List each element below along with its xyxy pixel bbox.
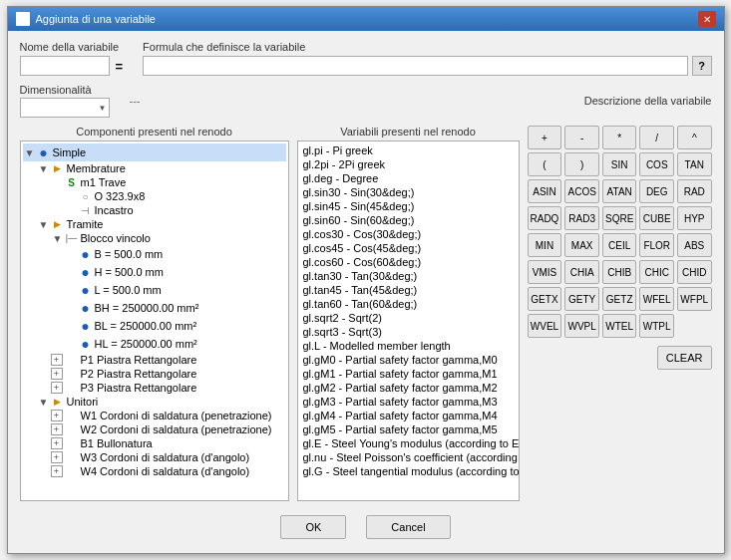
tree-expanded-icon[interactable]: ▼ [37,163,51,174]
formula-input[interactable] [143,56,687,76]
tree-item[interactable]: +P3 Piastra Rettangolare [23,381,286,395]
tree-item[interactable]: +W2 Cordoni di saldatura (penetrazione) [23,422,286,436]
calc-btn-sqre[interactable]: SQRE [602,206,637,230]
tree-expander-icon[interactable]: + [51,451,63,463]
calc-btn-getz[interactable]: GETZ [602,287,637,311]
question-button[interactable]: ? [692,56,712,76]
tree-expander-icon[interactable]: + [51,437,63,449]
calc-btn-chid[interactable]: CHID [677,260,712,284]
tree-item[interactable]: ⊣Incastro [23,203,286,217]
calc-btn-sin[interactable]: SIN [602,152,637,176]
variable-item[interactable]: gl.tan30 - Tan(30&deg;) [300,269,517,283]
calc-btn-chic[interactable]: CHIC [639,260,674,284]
calc-btn-vmis[interactable]: VMIS [528,260,562,284]
variable-item[interactable]: gl.nu - Steel Poisson's coefficient (acc… [300,450,517,464]
variable-item[interactable]: gl.gM1 - Partial safety factor gamma,M1 [300,367,517,381]
tree-item[interactable]: ▼▶Tramite [23,217,286,231]
calc-btn-+[interactable]: + [528,126,562,149]
tree-item[interactable]: ●BH = 250000.00 mm² [23,299,286,317]
tree-expander-icon[interactable]: + [51,354,63,366]
variable-item[interactable]: gl.tan60 - Tan(60&deg;) [300,297,517,311]
calc-btn-^[interactable]: ^ [677,126,712,149]
var-name-input[interactable] [20,56,110,76]
calc-btn-rad3[interactable]: RAD3 [564,206,599,230]
variable-item[interactable]: gl.sqrt2 - Sqrt(2) [300,311,517,325]
tree-item[interactable]: ●L = 500.0 mm [23,281,286,299]
calc-btn-*[interactable]: * [602,126,637,149]
close-button[interactable]: ✕ [698,11,716,27]
calc-btn-rad[interactable]: RAD [677,179,712,203]
variable-item[interactable]: gl.gM0 - Partial safety factor gamma,M0 [300,353,517,367]
tree-item[interactable]: Sm1 Trave [23,175,286,189]
calc-btn-hyp[interactable]: HYP [677,206,712,230]
calc-btn-cube[interactable]: CUBE [639,206,674,230]
calc-btn-tan[interactable]: TAN [677,152,712,176]
calc-btn-getx[interactable]: GETX [528,287,562,311]
calc-btn-deg[interactable]: DEG [639,179,674,203]
calc-btn-wvpl[interactable]: WVPL [564,314,599,338]
variable-item[interactable]: gl.sin45 - Sin(45&deg;) [300,199,517,213]
tree-item[interactable]: +W3 Cordoni di saldatura (d'angolo) [23,450,286,464]
variable-item[interactable]: gl.sqrt3 - Sqrt(3) [300,325,517,339]
tree-item[interactable]: +P2 Piastra Rettangolare [23,367,286,381]
calc-btn-)[interactable]: ) [564,152,599,176]
variable-item[interactable]: gl.gM5 - Partial safety factor gamma,M5 [300,422,517,436]
calc-btn-max[interactable]: MAX [564,233,599,257]
tree-item[interactable]: ●B = 500.0 mm [23,245,286,263]
tree-expanded-icon[interactable]: ▼ [37,219,51,230]
calc-btn-chia[interactable]: CHIA [564,260,599,284]
cancel-button[interactable]: Cancel [366,515,450,539]
variable-item[interactable]: gl.cos30 - Cos(30&deg;) [300,227,517,241]
ok-button[interactable]: OK [280,515,346,539]
calc-btn-acos[interactable]: ACOS [564,179,599,203]
tree-item[interactable]: +W1 Cordoni di saldatura (penetrazione) [23,409,286,422]
variable-item[interactable]: gl.sin30 - Sin(30&deg;) [300,185,517,199]
calc-btn-min[interactable]: MIN [528,233,562,257]
tree-expanded-icon[interactable]: ▼ [23,147,37,158]
variable-item[interactable]: gl.deg - Degree [300,171,517,185]
tree-item[interactable]: ○O 323.9x8 [23,189,286,203]
tree-item[interactable]: +W4 Cordoni di saldatura (d'angolo) [23,464,286,478]
calc-btn-asin[interactable]: ASIN [528,179,562,203]
variable-item[interactable]: gl.2pi - 2Pi greek [300,157,517,171]
variable-item[interactable]: gl.E - Steel Young's modulus (according … [300,436,517,450]
calc-btn-ceil[interactable]: CEIL [602,233,637,257]
variable-item[interactable]: gl.cos45 - Cos(45&deg;) [300,241,517,255]
variable-item[interactable]: gl.gM2 - Partial safety factor gamma,M2 [300,381,517,395]
tree-expander-icon[interactable]: + [51,423,63,435]
tree-item[interactable]: ●BL = 250000.00 mm² [23,317,286,335]
calc-btn-wvel[interactable]: WVEL [528,314,562,338]
variable-item[interactable]: gl.G - Steel tangential modulus (accordi… [300,464,517,478]
tree-item[interactable]: ▼|—Blocco vincolo [23,231,286,245]
tree-item[interactable]: +B1 Bullonatura [23,436,286,450]
tree-item[interactable]: +P1 Piastra Rettangolare [23,353,286,367]
calc-btn-/[interactable]: / [639,126,674,149]
clear-button[interactable]: CLEAR [657,346,712,370]
dim-select[interactable] [20,98,110,118]
tree-item[interactable]: ▼●Simple [23,143,286,161]
calc-btn-wfpl[interactable]: WFPL [677,287,712,311]
calc-btn--[interactable]: - [564,126,599,149]
tree-expander-icon[interactable]: + [51,368,63,380]
calc-btn-([interactable]: ( [528,152,562,176]
tree-expander-icon[interactable]: + [51,382,63,394]
variable-item[interactable]: gl.pi - Pi greek [300,143,517,157]
calc-btn-chib[interactable]: CHIB [602,260,637,284]
calc-btn-wtel[interactable]: WTEL [602,314,637,338]
calc-btn-wtpl[interactable]: WTPL [639,314,674,338]
tree-expander-icon[interactable]: + [51,410,63,421]
variable-item[interactable]: gl.cos60 - Cos(60&deg;) [300,255,517,269]
variable-item[interactable]: gl.gM3 - Partial safety factor gamma,M3 [300,395,517,409]
variable-item[interactable]: gl.L - Modelled member length [300,339,517,353]
variable-item[interactable]: gl.sin60 - Sin(60&deg;) [300,213,517,227]
calc-btn-flor[interactable]: FLOR [639,233,674,257]
calc-btn-atan[interactable]: ATAN [602,179,637,203]
tree-expanded-icon[interactable]: ▼ [51,233,65,244]
variable-item[interactable]: gl.gM4 - Partial safety factor gamma,M4 [300,409,517,422]
tree-item[interactable]: ▼▶Membrature [23,161,286,175]
calc-btn-cos[interactable]: COS [639,152,674,176]
tree-item[interactable]: ●HL = 250000.00 mm² [23,335,286,353]
tree-expanded-icon[interactable]: ▼ [37,397,51,408]
variable-item[interactable]: gl.tan45 - Tan(45&deg;) [300,283,517,297]
tree-item[interactable]: ▼▶Unitori [23,395,286,409]
